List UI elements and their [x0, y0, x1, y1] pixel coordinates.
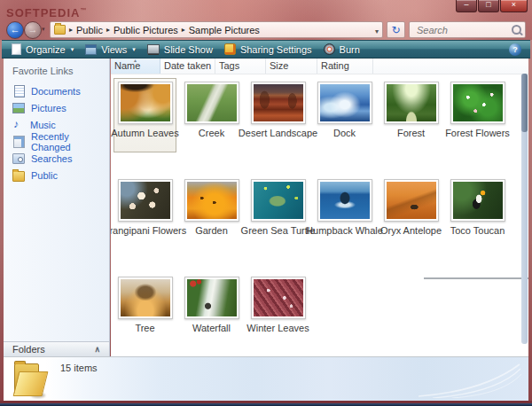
sidebar-item-documents[interactable]: Documents: [4, 82, 109, 99]
toolbar-button-organize[interactable]: Organize▾: [7, 42, 81, 57]
file-label: Autumn Leaves: [111, 128, 178, 139]
file-thumbnail-frame: [184, 277, 239, 319]
organize-icon: [12, 43, 21, 55]
file-thumbnail: [453, 84, 503, 121]
sidebar-item-recently-changed[interactable]: Recently Changed: [4, 133, 109, 150]
command-toolbar: Organize▾Views▾Slide ShowSharing Setting…: [2, 40, 530, 59]
file-label: Humpback Whale: [306, 225, 383, 237]
toolbar-button-slide-show[interactable]: Slide Show: [143, 43, 220, 57]
file-label: Waterfall: [192, 323, 231, 334]
navigation-pane: Favorite Links DocumentsPicturesMusicRec…: [4, 59, 110, 356]
sidebar-item-searches[interactable]: Searches: [4, 150, 109, 167]
file-item-oryx-antelope[interactable]: Oryx Antelope: [379, 176, 442, 250]
file-thumbnail-frame: [317, 179, 372, 222]
searchfolder-icon: [12, 153, 25, 164]
nav-history-chevron-icon[interactable]: ▾: [42, 26, 45, 33]
items-count: 15 items: [60, 363, 98, 373]
back-button[interactable]: ←: [6, 21, 24, 39]
file-item-creek[interactable]: Creek: [180, 78, 243, 152]
recent-icon: [13, 136, 25, 148]
sidebar-item-label: Documents: [31, 86, 81, 97]
details-pane: 15 items: [4, 356, 528, 402]
folders-label: Folders: [12, 344, 45, 355]
search-input[interactable]: [415, 24, 512, 36]
file-thumbnail-frame: [384, 82, 439, 124]
file-label: Forest Flowers: [445, 128, 510, 139]
sidebar-item-label: Public: [31, 170, 58, 181]
column-header-date-taken[interactable]: Date taken: [160, 59, 215, 74]
file-label: Dock: [333, 128, 356, 139]
file-item-garden[interactable]: Garden: [180, 176, 243, 250]
file-thumbnail-frame: [450, 82, 505, 124]
file-thumbnail-frame: [184, 82, 239, 124]
search-icon: [512, 25, 521, 35]
toolbar-button-label: Burn: [340, 44, 360, 55]
file-grid: Autumn LeavesCreekDesert LandscapeDockFo…: [113, 78, 528, 347]
folder-icon: [12, 171, 25, 182]
column-header-rating[interactable]: Rating: [317, 59, 373, 74]
breadcrumb-segment-sample-pictures[interactable]: Sample Pictures: [189, 25, 260, 35]
file-thumbnail: [187, 182, 237, 219]
toolbar-button-sharing-settings[interactable]: Sharing Settings: [220, 42, 319, 57]
breadcrumb-segment-public-pictures[interactable]: Public Pictures: [113, 25, 178, 35]
sidebar-item-public[interactable]: Public: [4, 167, 109, 183]
file-item-dock[interactable]: Dock: [313, 78, 376, 152]
close-button[interactable]: ×: [500, 0, 528, 12]
breadcrumb-segment-public[interactable]: Public: [76, 25, 103, 35]
explorer-window: SOFTPEDIA™ –□× ← → ▾ ▸Public▸Public Pict…: [0, 0, 532, 406]
file-label: Forest: [397, 128, 425, 139]
file-label: Toco Toucan: [450, 225, 505, 237]
music-icon: [12, 119, 24, 130]
search-box[interactable]: [409, 21, 526, 38]
file-item-toco-toucan[interactable]: Toco Toucan: [446, 176, 509, 250]
file-item-green-sea-turtle[interactable]: Green Sea Turtle: [246, 176, 309, 250]
scrollbar-thumb[interactable]: [521, 74, 528, 132]
file-label: Green Sea Turtle: [241, 225, 316, 237]
minimize-button[interactable]: –: [456, 0, 477, 12]
help-button[interactable]: ?: [509, 43, 521, 56]
folders-expander[interactable]: Folders ∧: [4, 341, 109, 356]
file-thumbnail-frame: [118, 277, 173, 319]
toolbar-button-views[interactable]: Views▾: [81, 43, 143, 57]
vertical-scrollbar[interactable]: [521, 74, 528, 344]
sort-ascending-icon: ▴: [134, 59, 137, 63]
file-item-desert-landscape[interactable]: Desert Landscape: [246, 78, 309, 152]
sidebar-item-pictures[interactable]: Pictures: [4, 99, 109, 116]
file-thumbnail-frame: [384, 179, 439, 222]
file-item-tree[interactable]: Tree: [113, 273, 176, 347]
breadcrumb-arrow-icon: ▸: [182, 26, 185, 34]
file-label: Frangipani Flowers: [111, 225, 186, 237]
maximize-button[interactable]: □: [478, 0, 499, 12]
file-item-forest[interactable]: Forest: [379, 78, 442, 152]
column-headers: Name▴Date takenTagsSizeRating: [111, 59, 528, 74]
document-icon: [14, 85, 25, 98]
swoosh-graphic: [417, 363, 523, 398]
stray-line: [424, 277, 528, 279]
sharing-icon: [224, 43, 236, 55]
file-item-humpback-whale[interactable]: Humpback Whale: [313, 176, 376, 250]
column-header-name[interactable]: Name▴: [111, 59, 160, 74]
address-bar[interactable]: ▸Public▸Public Pictures▸Sample Pictures …: [50, 21, 383, 38]
file-label: Creek: [199, 128, 224, 139]
column-header-size[interactable]: Size: [266, 59, 317, 74]
file-item-waterfall[interactable]: Waterfall: [180, 273, 243, 347]
toolbar-button-label: Views: [101, 44, 127, 55]
file-thumbnail: [320, 84, 370, 121]
file-thumbnail-frame: [184, 179, 239, 222]
folder-icon: [12, 361, 51, 400]
sidebar-item-label: Searches: [31, 153, 72, 164]
file-item-forest-flowers[interactable]: Forest Flowers: [446, 78, 509, 152]
file-item-autumn-leaves[interactable]: Autumn Leaves: [113, 78, 176, 152]
file-item-winter-leaves[interactable]: Winter Leaves: [246, 273, 309, 347]
address-dropdown-icon[interactable]: ▾: [375, 27, 379, 35]
views-icon: [85, 44, 97, 55]
column-header-tags[interactable]: Tags: [215, 59, 266, 74]
file-thumbnail: [387, 84, 436, 121]
forward-button[interactable]: →: [24, 21, 42, 39]
file-item-frangipani-flowers[interactable]: Frangipani Flowers: [113, 176, 176, 250]
file-thumbnail-frame: [251, 277, 306, 319]
refresh-button[interactable]: ↻: [387, 21, 405, 38]
toolbar-buttons: Organize▾Views▾Slide ShowSharing Setting…: [7, 42, 367, 57]
file-thumbnail-frame: [450, 179, 505, 222]
toolbar-button-burn[interactable]: Burn: [319, 42, 367, 57]
